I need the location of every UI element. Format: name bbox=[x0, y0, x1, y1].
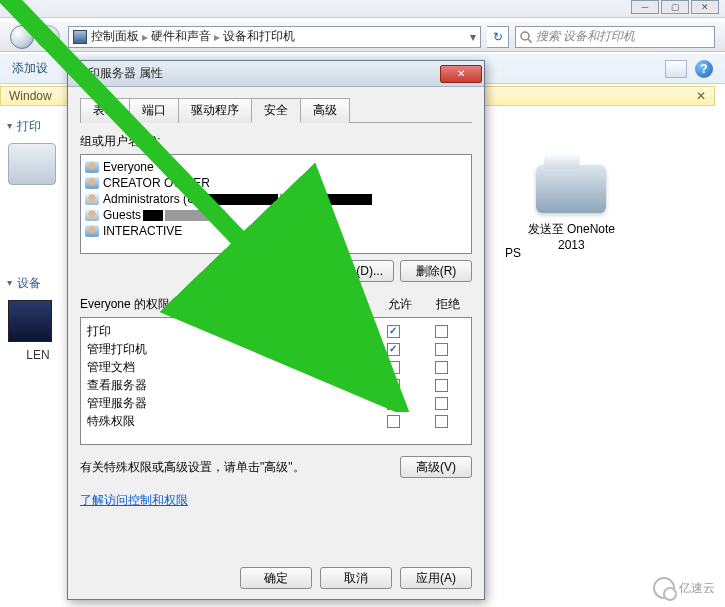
checkbox-deny[interactable] bbox=[435, 343, 448, 356]
user-row[interactable]: Administrators (U bbox=[85, 191, 467, 207]
user-icon bbox=[85, 193, 99, 205]
tab-表单[interactable]: 表单 bbox=[80, 98, 130, 123]
user-label: Everyone bbox=[103, 160, 154, 174]
group-icon bbox=[85, 177, 99, 189]
group-icon bbox=[85, 225, 99, 237]
permission-name: 打印 bbox=[87, 323, 369, 340]
permission-row: 特殊权限 bbox=[87, 412, 465, 430]
permission-name: 管理文档 bbox=[87, 359, 369, 376]
breadcrumb-sep: ▸ bbox=[214, 30, 220, 44]
checkbox-deny[interactable] bbox=[435, 415, 448, 428]
watermark-icon bbox=[653, 577, 675, 599]
permissions-table: 打印管理打印机管理文档查看服务器管理服务器特殊权限 bbox=[80, 317, 472, 445]
user-label: INTERACTIVE bbox=[103, 224, 182, 238]
sidebar-section-devices[interactable]: ▸设备 bbox=[8, 275, 68, 292]
permission-name: 查看服务器 bbox=[87, 377, 369, 394]
info-bar-close[interactable]: ✕ bbox=[696, 89, 706, 103]
checkbox-allow[interactable] bbox=[387, 361, 400, 374]
group-users-label: 组或用户名(G): bbox=[80, 133, 472, 150]
printer-thumb[interactable] bbox=[8, 143, 56, 185]
back-button[interactable] bbox=[10, 25, 34, 49]
refresh-button[interactable]: ↻ bbox=[487, 26, 509, 48]
breadcrumb-sep: ▸ bbox=[142, 30, 148, 44]
sidebar: ▸打印 ▸设备 LEN bbox=[8, 112, 68, 362]
user-label: CREATOR OWNER bbox=[103, 176, 210, 190]
sidebar-section-printers[interactable]: ▸打印 bbox=[8, 118, 68, 135]
permission-row: 查看服务器 bbox=[87, 376, 465, 394]
device-thumb[interactable] bbox=[8, 300, 52, 342]
checkbox-allow[interactable] bbox=[387, 415, 400, 428]
nav-bar: 控制面板 ▸ 硬件和声音 ▸ 设备和打印机 ▾ ↻ 搜索 设备和打印机 bbox=[0, 22, 725, 52]
svg-line-1 bbox=[528, 39, 532, 43]
checkbox-deny[interactable] bbox=[435, 397, 448, 410]
permission-name: 特殊权限 bbox=[87, 413, 369, 430]
window-close-button[interactable]: ✕ bbox=[691, 0, 719, 14]
checkbox-deny[interactable] bbox=[435, 361, 448, 374]
help-button[interactable]: ? bbox=[695, 60, 713, 78]
learn-access-control-link[interactable]: 了解访问控制和权限 bbox=[80, 492, 188, 509]
permission-row: 打印 bbox=[87, 322, 465, 340]
breadcrumb-part[interactable]: 设备和打印机 bbox=[223, 28, 295, 45]
dialog-title-bar[interactable]: 打印服务器 属性 ✕ bbox=[68, 61, 484, 87]
user-row[interactable]: CREATOR OWNER bbox=[85, 175, 467, 191]
dropdown-icon[interactable]: ▾ bbox=[470, 30, 476, 44]
printer-icon bbox=[536, 165, 606, 213]
tab-安全[interactable]: 安全 bbox=[251, 98, 301, 123]
tab-高级[interactable]: 高级 bbox=[300, 98, 350, 123]
window-maximize-button[interactable]: ▢ bbox=[661, 0, 689, 14]
remove-user-button[interactable]: 删除(R) bbox=[400, 260, 472, 282]
add-user-button[interactable]: 添加(D)... bbox=[321, 260, 394, 282]
permission-name: 管理服务器 bbox=[87, 395, 369, 412]
svg-point-0 bbox=[521, 32, 529, 40]
user-row[interactable]: INTERACTIVE bbox=[85, 223, 467, 239]
user-row[interactable]: Everyone bbox=[85, 159, 467, 175]
info-bar-text: Window bbox=[9, 89, 52, 103]
apply-button[interactable]: 应用(A) bbox=[400, 567, 472, 589]
checkbox-allow[interactable] bbox=[387, 343, 400, 356]
add-device-button[interactable]: 添加设 bbox=[12, 60, 48, 77]
ok-button[interactable]: 确定 bbox=[240, 567, 312, 589]
cancel-button[interactable]: 取消 bbox=[320, 567, 392, 589]
permission-name: 管理打印机 bbox=[87, 341, 369, 358]
group-icon bbox=[85, 161, 99, 173]
redacted-text bbox=[165, 210, 225, 221]
redacted-text bbox=[143, 210, 163, 221]
permission-row: 管理服务器 bbox=[87, 394, 465, 412]
breadcrumb-part[interactable]: 控制面板 bbox=[91, 28, 139, 45]
checkbox-allow[interactable] bbox=[387, 325, 400, 338]
users-listbox[interactable]: EveryoneCREATOR OWNERAdministrators (UGu… bbox=[80, 154, 472, 254]
user-icon bbox=[85, 209, 99, 221]
user-label: Guests bbox=[103, 208, 141, 222]
redacted-text bbox=[280, 194, 310, 205]
redacted-text bbox=[198, 194, 278, 205]
window-minimize-button[interactable]: ─ bbox=[631, 0, 659, 14]
tab-驱动程序[interactable]: 驱动程序 bbox=[178, 98, 252, 123]
window-title-bar: ─ ▢ ✕ bbox=[0, 0, 725, 18]
search-icon bbox=[520, 31, 532, 43]
breadcrumb-part[interactable]: 硬件和声音 bbox=[151, 28, 211, 45]
user-row[interactable]: Guests bbox=[85, 207, 467, 223]
permission-row: 管理文档 bbox=[87, 358, 465, 376]
forward-button[interactable] bbox=[36, 25, 60, 49]
print-server-properties-dialog: 打印服务器 属性 ✕ 表单端口驱动程序安全高级 组或用户名(G): Everyo… bbox=[67, 60, 485, 600]
checkbox-allow[interactable] bbox=[387, 379, 400, 392]
tab-strip: 表单端口驱动程序安全高级 bbox=[80, 97, 472, 123]
checkbox-allow[interactable] bbox=[387, 397, 400, 410]
location-icon bbox=[73, 30, 87, 44]
dialog-title: 打印服务器 属性 bbox=[76, 65, 163, 82]
search-input[interactable]: 搜索 设备和打印机 bbox=[515, 26, 715, 48]
dialog-close-button[interactable]: ✕ bbox=[440, 65, 482, 83]
column-deny: 拒绝 bbox=[424, 296, 472, 313]
search-placeholder: 搜索 设备和打印机 bbox=[536, 28, 635, 45]
checkbox-deny[interactable] bbox=[435, 379, 448, 392]
advanced-button[interactable]: 高级(V) bbox=[400, 456, 472, 478]
user-label: Administrators (U bbox=[103, 192, 196, 206]
permission-row: 管理打印机 bbox=[87, 340, 465, 358]
column-allow: 允许 bbox=[376, 296, 424, 313]
view-options-button[interactable] bbox=[665, 60, 687, 78]
checkbox-deny[interactable] bbox=[435, 325, 448, 338]
address-bar[interactable]: 控制面板 ▸ 硬件和声音 ▸ 设备和打印机 ▾ bbox=[68, 26, 481, 48]
device-label: LEN bbox=[8, 348, 68, 362]
printer-item-onenote[interactable]: 发送至 OneNote2013 bbox=[528, 165, 615, 252]
tab-端口[interactable]: 端口 bbox=[129, 98, 179, 123]
